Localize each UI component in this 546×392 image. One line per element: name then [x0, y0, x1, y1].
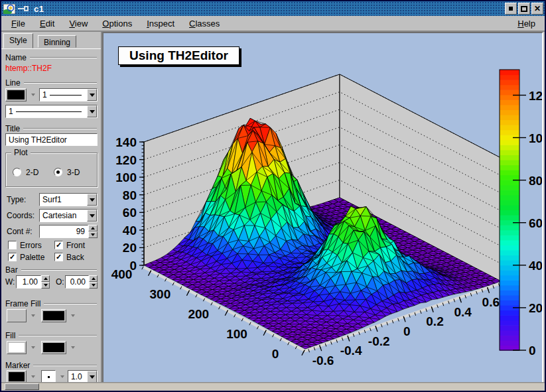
- cont-label: Cont #:: [7, 227, 33, 236]
- radio-2d[interactable]: [13, 168, 21, 176]
- arrow-up-icon: [92, 277, 96, 280]
- marker-size-combo[interactable]: 1.0: [68, 370, 98, 383]
- frame-fill-pattern-swatch[interactable]: [41, 309, 66, 322]
- checkbox-palette-label: Palette: [20, 253, 44, 262]
- arrow-down-icon: [91, 233, 95, 236]
- marker-color-swatch[interactable]: [7, 370, 27, 383]
- arrow-down-icon: [44, 284, 48, 287]
- checkbox-back[interactable]: ✓: [54, 253, 63, 261]
- spin-up-button[interactable]: [88, 225, 98, 231]
- y-tick-label: 100: [226, 327, 247, 341]
- cont-spinner[interactable]: [88, 225, 98, 238]
- menu-view[interactable]: View: [62, 17, 95, 30]
- menu-help[interactable]: Help: [511, 17, 542, 30]
- line-color-dropdown[interactable]: [29, 88, 36, 101]
- cont-number-entry[interactable]: 99: [39, 225, 88, 238]
- coords-label: Coords:: [7, 211, 34, 220]
- x-tick-label: 0.2: [426, 314, 443, 328]
- menu-edit[interactable]: Edit: [33, 17, 62, 30]
- scrollbar-thumb[interactable]: [5, 383, 39, 390]
- x-tick-label: 0.6: [482, 295, 500, 309]
- checkbox-palette[interactable]: ✓: [8, 253, 17, 261]
- close-button[interactable]: ✕: [531, 3, 543, 15]
- palette-tick-label: 120: [529, 89, 542, 103]
- chevron-down-icon: [71, 314, 75, 317]
- tab-divider: [1, 48, 101, 49]
- chevron-down-icon: [31, 94, 35, 96]
- chevron-down-icon: [90, 214, 95, 218]
- chevron-down-icon: [60, 375, 64, 378]
- fill-pattern-swatch[interactable]: [41, 341, 66, 354]
- bar-w-spinner[interactable]: [41, 275, 50, 289]
- fill-pattern-dropdown[interactable]: [69, 341, 76, 354]
- chevron-down-icon: [90, 198, 95, 202]
- palette-tick-label: 20: [529, 301, 542, 315]
- bar-o-entry[interactable]: 0.00: [65, 275, 89, 289]
- horizontal-scrollbar[interactable]: [1, 382, 545, 391]
- line-style-combo[interactable]: 1: [39, 88, 98, 101]
- type-combo[interactable]: Surf1: [39, 193, 98, 206]
- marker-style-dropdown[interactable]: [58, 370, 66, 383]
- marker-color-dropdown[interactable]: [29, 370, 36, 383]
- x-tick-label: -0.4: [340, 344, 362, 358]
- coords-combo-button[interactable]: [87, 210, 97, 222]
- spin-down-button[interactable]: [88, 231, 98, 238]
- checkbox-front[interactable]: ✓: [54, 241, 63, 249]
- title-input[interactable]: Using TH2Editor: [5, 133, 98, 146]
- radio-3d-label: 3-D: [67, 168, 80, 177]
- x-tick-label: -0.2: [368, 334, 390, 348]
- menu-options[interactable]: Options: [95, 17, 139, 30]
- maximize-icon: [521, 6, 527, 12]
- line-section-header: Line: [5, 79, 97, 87]
- z-tick-label: 0: [129, 259, 137, 273]
- tab-binning[interactable]: Binning: [38, 35, 76, 48]
- arrow-down-icon: [92, 284, 96, 287]
- checkbox-errors[interactable]: [8, 241, 17, 249]
- z-tick-label: 20: [123, 241, 137, 255]
- marker-style-swatch[interactable]: [41, 370, 56, 383]
- y-tick-label: 300: [150, 287, 171, 301]
- menu-classes[interactable]: Classes: [182, 17, 227, 30]
- minimize-button[interactable]: [505, 3, 517, 15]
- frame-fill-color-swatch[interactable]: [7, 309, 27, 322]
- bar-w-entry[interactable]: 1.00: [16, 275, 41, 289]
- coords-combo[interactable]: Cartesian: [39, 209, 98, 222]
- bar-o-spinner[interactable]: [89, 275, 98, 289]
- z-tick-label: 100: [115, 170, 137, 184]
- palette-bar[interactable]: 020406080100120: [500, 70, 542, 358]
- bar-o-label: O:: [56, 277, 64, 287]
- chevron-down-icon: [90, 110, 95, 113]
- line-width-combo-button[interactable]: [87, 105, 97, 117]
- plot-title-box[interactable]: Using TH2Editor: [118, 46, 239, 65]
- chevron-down-icon: [90, 375, 95, 379]
- fill-color-swatch[interactable]: [7, 341, 27, 354]
- root-canvas-window: c1 ✕ File Edit View Options Inspect Clas…: [0, 0, 546, 392]
- marker-size-combo-button[interactable]: [87, 371, 97, 383]
- maximize-button[interactable]: [518, 3, 530, 15]
- menu-bar: File Edit View Options Inspect Classes H…: [1, 16, 545, 32]
- line-color-swatch[interactable]: [5, 88, 27, 101]
- chevron-down-icon: [31, 346, 35, 349]
- type-combo-button[interactable]: [87, 194, 97, 206]
- plot-group-label: Plot: [11, 148, 31, 157]
- canvas-area[interactable]: -0.6-0.4-0.200.20.40.6010020030040002040…: [102, 32, 543, 384]
- fill-color-dropdown[interactable]: [29, 341, 36, 354]
- line-style-combo-button[interactable]: [87, 89, 97, 101]
- frame-fill-color-dropdown[interactable]: [29, 309, 36, 322]
- menu-inspect[interactable]: Inspect: [139, 17, 182, 30]
- chevron-down-icon: [31, 314, 35, 317]
- chevron-down-icon: [31, 375, 35, 378]
- frame-fill-section-header: Frame Fill: [5, 300, 97, 308]
- pin-icon[interactable]: [18, 6, 29, 11]
- radio-2d-label: 2-D: [26, 168, 38, 177]
- radio-3d[interactable]: [54, 168, 62, 176]
- menu-file[interactable]: File: [4, 17, 33, 30]
- tab-style[interactable]: Style: [3, 33, 33, 48]
- plot-groupbox: Plot 2-D 3-D: [5, 153, 98, 187]
- minimize-icon: [509, 7, 513, 11]
- chevron-down-icon: [90, 94, 95, 97]
- title-bar[interactable]: c1 ✕: [1, 1, 545, 16]
- line-width-combo[interactable]: 1: [5, 105, 98, 118]
- frame-fill-pattern-dropdown[interactable]: [69, 309, 76, 322]
- root-app-icon: [3, 4, 15, 14]
